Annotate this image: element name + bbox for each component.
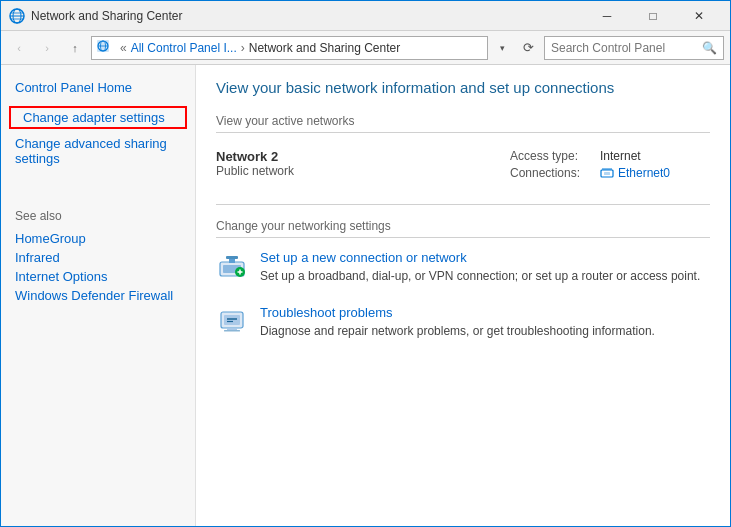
network-left: Network 2 Public network xyxy=(216,149,294,178)
back-button[interactable]: ‹ xyxy=(7,36,31,60)
sidebar-item-infrared[interactable]: Infrared xyxy=(15,248,181,267)
titlebar-icon xyxy=(9,8,25,24)
setting-item-troubleshoot: Troubleshoot problems Diagnose and repai… xyxy=(216,305,710,340)
ethernet-link[interactable]: Ethernet0 xyxy=(600,166,670,180)
ethernet-icon xyxy=(600,167,614,179)
troubleshoot-desc: Diagnose and repair network problems, or… xyxy=(260,323,655,340)
sidebar: Control Panel Home Change adapter settin… xyxy=(1,65,196,526)
troubleshoot-link[interactable]: Troubleshoot problems xyxy=(260,305,655,320)
up-button[interactable]: ↑ xyxy=(63,36,87,60)
breadcrumb-item-controlpanel[interactable]: All Control Panel I... xyxy=(131,41,237,55)
search-input[interactable] xyxy=(551,41,702,55)
troubleshoot-icon xyxy=(216,305,248,337)
network-info-right: Access type: Internet Connections: xyxy=(510,149,710,180)
content-area: View your basic network information and … xyxy=(196,65,730,526)
access-type-value: Internet xyxy=(600,149,641,163)
connections-label: Connections: xyxy=(510,166,600,180)
window-title: Network and Sharing Center xyxy=(31,9,584,23)
addressbar: ‹ › ↑ « All Control Panel I... › Network… xyxy=(1,31,730,65)
sidebar-item-firewall[interactable]: Windows Defender Firewall xyxy=(15,286,181,305)
svg-rect-25 xyxy=(224,315,240,325)
close-button[interactable]: ✕ xyxy=(676,1,722,31)
see-also-section: See also HomeGroup Infrared Internet Opt… xyxy=(1,209,195,305)
titlebar: Network and Sharing Center ─ □ ✕ xyxy=(1,1,730,31)
search-icon: 🔍 xyxy=(702,41,717,55)
section-divider xyxy=(216,204,710,205)
connection-setup-content: Set up a new connection or network Set u… xyxy=(260,250,700,285)
svg-rect-15 xyxy=(604,172,610,175)
page-title: View your basic network information and … xyxy=(216,79,710,100)
networking-settings-header: Change your networking settings xyxy=(216,219,710,238)
active-networks-section: View your active networks Network 2 Publ… xyxy=(216,114,710,184)
troubleshoot-content: Troubleshoot problems Diagnose and repai… xyxy=(260,305,655,340)
ethernet-name: Ethernet0 xyxy=(618,166,670,180)
access-type-label: Access type: xyxy=(510,149,600,163)
window: Network and Sharing Center ─ □ ✕ ‹ › ↑ «… xyxy=(0,0,731,527)
active-networks-header: View your active networks xyxy=(216,114,710,133)
window-controls: ─ □ ✕ xyxy=(584,1,722,31)
sidebar-item-internet-options[interactable]: Internet Options xyxy=(15,267,181,286)
main-area: Control Panel Home Change adapter settin… xyxy=(1,65,730,526)
maximize-button[interactable]: □ xyxy=(630,1,676,31)
setup-connection-desc: Set up a broadband, dial-up, or VPN conn… xyxy=(260,268,700,285)
breadcrumb-bar[interactable]: « All Control Panel I... › Network and S… xyxy=(91,36,488,60)
access-row: Access type: Internet xyxy=(510,149,710,163)
network-name: Network 2 xyxy=(216,149,294,164)
sidebar-item-adapter[interactable]: Change adapter settings xyxy=(9,106,187,129)
sidebar-item-homegroup[interactable]: HomeGroup xyxy=(15,229,181,248)
breadcrumb-dropdown-button[interactable]: ▾ xyxy=(492,36,512,60)
search-box[interactable]: 🔍 xyxy=(544,36,724,60)
see-also-label: See also xyxy=(15,209,181,223)
sidebar-item-home[interactable]: Control Panel Home xyxy=(1,77,195,98)
connection-setup-icon xyxy=(216,250,248,282)
svg-rect-27 xyxy=(224,330,240,332)
minimize-button[interactable]: ─ xyxy=(584,1,630,31)
refresh-button[interactable]: ⟳ xyxy=(516,36,540,60)
forward-button[interactable]: › xyxy=(35,36,59,60)
connection-row: Connections: xyxy=(510,166,710,180)
breadcrumb-current: Network and Sharing Center xyxy=(249,41,400,55)
network-type: Public network xyxy=(216,164,294,178)
breadcrumb-icon xyxy=(96,39,110,56)
setup-connection-link[interactable]: Set up a new connection or network xyxy=(260,250,700,265)
svg-rect-19 xyxy=(226,256,238,259)
breadcrumb-sep1: « xyxy=(120,41,127,55)
setting-item-connection: Set up a new connection or network Set u… xyxy=(216,250,710,285)
network-row: Network 2 Public network Access type: In… xyxy=(216,145,710,184)
sidebar-item-sharing[interactable]: Change advanced sharing settings xyxy=(1,133,195,169)
networking-settings-section: Change your networking settings xyxy=(216,219,710,340)
breadcrumb-sep2: › xyxy=(241,41,245,55)
